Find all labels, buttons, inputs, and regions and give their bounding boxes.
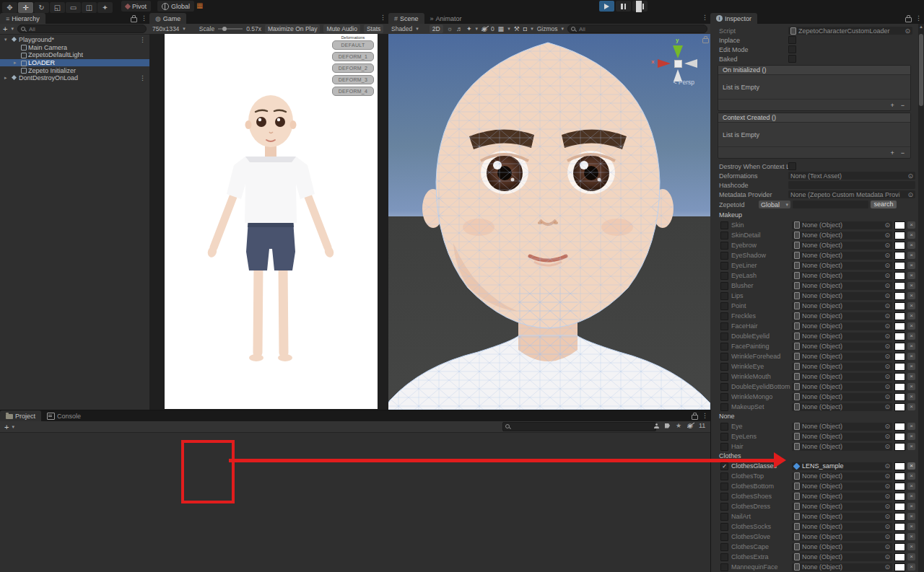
shading-dropdown-icon[interactable]: ▾: [416, 26, 419, 32]
resolution-dropdown-icon[interactable]: ▾: [183, 26, 186, 32]
create-button[interactable]: +: [4, 423, 9, 431]
object-picker-icon[interactable]: ⊙: [884, 242, 890, 249]
scale-slider[interactable]: [218, 28, 243, 30]
game-render-canvas[interactable]: Deformations DEFAULTDEFORM_1DEFORM_2DEFO…: [165, 34, 378, 409]
event-remove-button[interactable]: −: [901, 149, 905, 157]
item-menu-icon[interactable]: ⋮: [139, 36, 146, 43]
object-picker-icon[interactable]: ⊙: [884, 353, 890, 360]
object-field[interactable]: None (Object) ⊙: [792, 262, 892, 270]
panel-menu-icon[interactable]: ⋮: [702, 413, 708, 419]
clear-button[interactable]: ×: [907, 292, 915, 299]
hierarchy-search-input[interactable]: All: [17, 25, 147, 33]
hand-tool[interactable]: [2, 2, 17, 13]
object-field[interactable]: None (Object) ⊙: [792, 221, 892, 229]
clear-button[interactable]: ×: [907, 383, 915, 390]
object-picker-icon[interactable]: ⊙: [884, 383, 890, 390]
color-swatch[interactable]: [894, 493, 905, 501]
color-swatch[interactable]: [894, 483, 905, 490]
deform-button[interactable]: DEFORM_4: [332, 87, 374, 96]
hierarchy-item[interactable]: ▾ Playground* ⋮: [0, 36, 149, 44]
clear-button[interactable]: ×: [907, 232, 915, 239]
clear-button[interactable]: ×: [907, 252, 915, 259]
2d-toggle[interactable]: 2D: [430, 25, 443, 33]
scene-visibility-icon[interactable]: ◉: [481, 25, 487, 32]
clear-button[interactable]: ×: [907, 513, 915, 520]
clear-button[interactable]: ×: [907, 363, 915, 370]
gizmo-right-axis[interactable]: [684, 59, 697, 68]
object-picker-icon[interactable]: ⊙: [884, 513, 890, 520]
property-checkbox[interactable]: [720, 483, 728, 490]
inspector-scroll-thumb[interactable]: [919, 34, 923, 106]
global-toggle[interactable]: Global: [157, 1, 194, 12]
clear-button[interactable]: ×: [907, 472, 915, 480]
color-swatch[interactable]: [894, 373, 905, 381]
event-add-button[interactable]: +: [890, 102, 894, 109]
hidden-assets-icon[interactable]: ◉: [687, 422, 693, 429]
hierarchy-item[interactable]: ▸ DontDestroyOnLoad ⋮: [0, 74, 149, 82]
object-picker-icon[interactable]: ⊙: [884, 563, 890, 571]
object-field[interactable]: None (Object) ⊙: [792, 302, 892, 310]
scene-grid-icon[interactable]: ▦: [498, 25, 505, 32]
object-picker-icon[interactable]: ⊙: [884, 221, 890, 229]
object-picker-icon[interactable]: ⊙: [884, 322, 890, 330]
object-field[interactable]: None (Object) ⊙: [792, 513, 892, 521]
property-checkbox[interactable]: [720, 443, 728, 451]
object-field[interactable]: None (Object) ⊙: [792, 232, 892, 239]
property-checkbox[interactable]: [720, 292, 728, 300]
clear-button[interactable]: ×: [907, 353, 915, 360]
color-swatch[interactable]: [894, 333, 905, 340]
transform-tool[interactable]: [82, 2, 97, 13]
object-field[interactable]: None (Object) ⊙: [792, 383, 892, 391]
object-picker-icon[interactable]: ⊙: [884, 533, 890, 540]
create-dropdown-icon[interactable]: ▾: [11, 26, 14, 32]
deformations-field[interactable]: None (Text Asset) ⊙: [788, 172, 915, 180]
scene-tools-icon[interactable]: ⚒: [514, 25, 520, 32]
lock-icon[interactable]: [131, 17, 137, 22]
color-swatch[interactable]: [894, 353, 905, 361]
object-picker-icon[interactable]: ⊙: [884, 483, 890, 490]
object-field[interactable]: None (Object) ⊙: [792, 353, 892, 361]
property-checkbox[interactable]: [720, 262, 728, 270]
clear-button[interactable]: ×: [907, 242, 915, 249]
custom-tool[interactable]: [97, 2, 113, 13]
color-swatch[interactable]: [894, 433, 905, 441]
clear-button[interactable]: ×: [907, 302, 915, 309]
property-checkbox[interactable]: [720, 553, 728, 561]
color-swatch[interactable]: [894, 523, 905, 531]
object-picker-icon[interactable]: ⊙: [884, 333, 890, 340]
color-swatch[interactable]: [894, 553, 905, 561]
deform-button[interactable]: DEFORM_3: [332, 75, 374, 84]
clear-button[interactable]: ×: [907, 221, 915, 229]
tab-game[interactable]: ◍ Game: [149, 13, 186, 24]
object-field[interactable]: None (Object) ⊙: [792, 343, 892, 351]
hierarchy-item[interactable]: Zepeto Initializer: [0, 66, 149, 74]
property-checkbox[interactable]: [720, 462, 728, 470]
property-checkbox[interactable]: [720, 333, 728, 340]
create-button[interactable]: +: [3, 25, 7, 33]
color-swatch[interactable]: [894, 292, 905, 300]
object-picker-icon[interactable]: ⊙: [884, 272, 890, 279]
property-checkbox[interactable]: [720, 503, 728, 511]
color-swatch[interactable]: [894, 363, 905, 371]
resolution-dropdown[interactable]: 750x1334: [152, 25, 179, 32]
property-checkbox[interactable]: [720, 543, 728, 551]
property-checkbox[interactable]: [720, 252, 728, 260]
gizmo-center-cube[interactable]: [675, 61, 681, 67]
object-picker-icon[interactable]: ⊙: [905, 27, 910, 35]
object-picker-icon[interactable]: ⊙: [884, 493, 890, 500]
gizmos-dropdown-icon[interactable]: ▾: [561, 26, 564, 32]
effects-dropdown-icon[interactable]: ▾: [476, 26, 479, 32]
object-field[interactable]: None (Object) ⊙: [792, 563, 892, 571]
property-checkbox[interactable]: [720, 493, 728, 501]
property-checkbox[interactable]: [720, 472, 728, 480]
clear-button[interactable]: ×: [907, 312, 915, 320]
clear-button[interactable]: ×: [907, 333, 915, 340]
clear-button[interactable]: ×: [907, 563, 915, 571]
object-field[interactable]: None (Object) ⊙: [792, 373, 892, 381]
scene-effects-icon[interactable]: ✦: [466, 25, 472, 32]
color-swatch[interactable]: [894, 513, 905, 521]
lock-icon[interactable]: [905, 17, 912, 22]
panel-menu-icon[interactable]: ⋮: [702, 14, 708, 21]
object-field[interactable]: None (Object) ⊙: [792, 523, 892, 531]
object-field[interactable]: None (Object) ⊙: [792, 242, 892, 250]
